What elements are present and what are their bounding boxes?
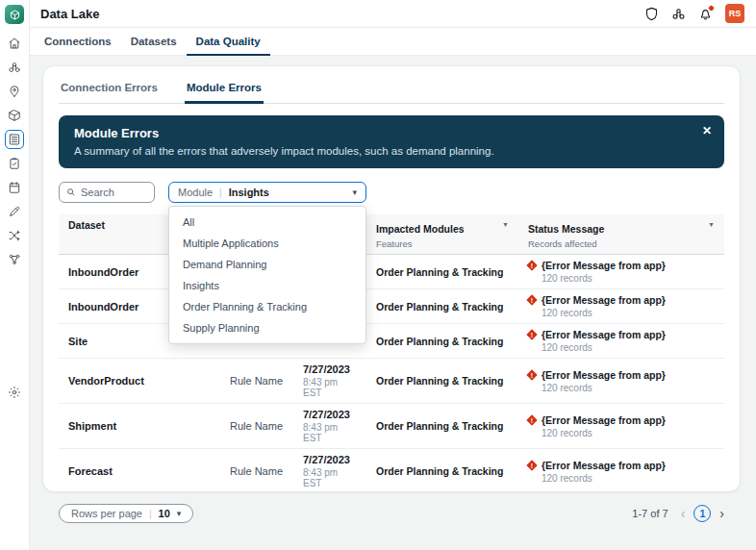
error-diamond-icon: ! <box>526 460 537 470</box>
table-row[interactable]: Shipment Rule Name 7/27/20238:43 pm EST … <box>59 404 724 449</box>
primary-tabs: Connections Datasets Data Quality <box>29 28 756 56</box>
status-cell: !{Error Message from app} 120 records <box>518 449 724 494</box>
previous-page-icon[interactable]: ‹ <box>681 507 686 520</box>
error-diamond-icon: ! <box>526 329 537 339</box>
chevron-down-icon: ▾ <box>177 509 182 518</box>
tab-datasets[interactable]: Datasets <box>121 28 187 56</box>
filter-label: Module <box>178 187 213 198</box>
main-area: Connection Errors Module Errors Module E… <box>29 56 756 550</box>
date-cell: 7/27/20238:43 pm EST <box>293 404 366 449</box>
sidebar <box>0 0 30 550</box>
location-pin-icon[interactable] <box>5 82 24 101</box>
modules-cell: Order Planning & Tracking <box>366 255 518 289</box>
table-row[interactable]: InboundOrder Order Planning & Tracking !… <box>59 289 724 324</box>
status-cell: !{Error Message from app} 120 records <box>518 324 724 359</box>
tab-data-quality[interactable]: Data Quality <box>187 28 270 56</box>
module-errors-table: Dataset ▼ Impacted Modules F <box>59 214 724 494</box>
supply-chain-logo-icon[interactable] <box>5 5 24 24</box>
pagination-range: 1-7 of 7 <box>632 508 668 519</box>
dataset-cell: Shipment <box>59 404 220 449</box>
header-actions: RS <box>644 4 744 23</box>
rows-per-page-select[interactable]: Rows per page | 10 ▾ <box>59 504 193 523</box>
network-nodes-icon[interactable] <box>5 250 24 269</box>
menu-item-multiple-applications[interactable]: Multiple Applications <box>169 233 365 254</box>
table-row[interactable]: InboundOrder Order Planning & Tracking !… <box>59 255 724 289</box>
rows-per-page-label: Rows per page <box>71 508 142 519</box>
menu-item-all[interactable]: All <box>169 212 365 233</box>
status-cell: !{Error Message from app} 120 records <box>518 255 724 289</box>
table-row[interactable]: Site Order Planning & Tracking !{Error M… <box>59 324 724 359</box>
tab-connection-errors[interactable]: Connection Errors <box>59 74 160 104</box>
error-diamond-icon: ! <box>526 414 537 425</box>
column-header-impacted-modules[interactable]: Impacted Modules Features ▼ <box>366 214 518 255</box>
filter-value: Insights <box>229 187 269 198</box>
menu-item-order-planning[interactable]: Order Planning & Tracking <box>169 296 365 317</box>
calendar-icon[interactable] <box>5 178 24 197</box>
clipboard-check-icon[interactable] <box>5 154 24 173</box>
page-1-button[interactable]: 1 <box>693 505 711 522</box>
status-cell: !{Error Message from app} 120 records <box>518 289 724 324</box>
error-diamond-icon: ! <box>526 369 537 380</box>
home-icon[interactable] <box>5 34 24 53</box>
module-filter-select[interactable]: Module | Insights ▾ <box>168 182 366 203</box>
rule-cell: Rule Name <box>220 404 293 449</box>
filter-arrow-icon[interactable]: ▼ <box>502 221 509 228</box>
table-header-row: Dataset ▼ Impacted Modules F <box>59 214 724 255</box>
table-row[interactable]: VendorProduct Rule Name 7/27/20238:43 pm… <box>59 359 724 404</box>
tab-connections[interactable]: Connections <box>35 28 121 56</box>
table-controls: Module | Insights ▾ All Multiple Applica… <box>59 182 724 203</box>
top-header: Data Lake RS <box>29 0 756 28</box>
pagination: 1-7 of 7 ‹ 1 › <box>632 505 724 522</box>
menu-item-insights[interactable]: Insights <box>169 275 365 296</box>
data-lake-icon[interactable] <box>5 130 24 149</box>
status-cell: !{Error Message from app} 120 records <box>518 359 724 404</box>
data-quality-card: Connection Errors Module Errors Module E… <box>42 65 741 492</box>
search-icon <box>66 188 76 197</box>
rule-cell: Rule Name <box>220 359 293 404</box>
tab-module-errors[interactable]: Module Errors <box>185 74 264 104</box>
status-cell: !{Error Message from app} 120 records <box>518 404 724 449</box>
search-box <box>59 182 155 203</box>
menu-item-supply-planning[interactable]: Supply Planning <box>169 317 365 338</box>
content-pane: Data Lake RS Connections Datasets Data Q… <box>29 0 756 550</box>
modules-cell: Order Planning & Tracking <box>366 359 518 404</box>
binoculars-icon[interactable] <box>5 58 24 77</box>
binoculars-icon[interactable] <box>671 7 686 21</box>
package-icon[interactable] <box>5 106 24 125</box>
next-page-icon[interactable]: › <box>719 507 724 520</box>
banner-title: Module Errors <box>74 126 690 140</box>
module-filter-menu: All Multiple Applications Demand Plannin… <box>168 206 366 344</box>
notification-dot <box>708 5 715 12</box>
modules-cell: Order Planning & Tracking <box>366 449 518 494</box>
modules-cell: Order Planning & Tracking <box>366 289 518 324</box>
dataset-cell: Forecast <box>59 449 220 494</box>
dataset-cell: VendorProduct <box>59 359 220 404</box>
banner-description: A summary of all the errors that adverse… <box>74 145 690 157</box>
app-window: Data Lake RS Connections Datasets Data Q… <box>0 0 756 550</box>
modules-cell: Order Planning & Tracking <box>366 404 518 449</box>
filter-arrow-icon[interactable]: ▼ <box>708 221 715 228</box>
search-input[interactable] <box>81 187 142 198</box>
edit-pen-icon[interactable] <box>5 202 24 221</box>
settings-gear-icon[interactable] <box>5 383 24 402</box>
card-tabs: Connection Errors Module Errors <box>59 66 724 104</box>
modules-cell: Order Planning & Tracking <box>366 324 518 359</box>
error-diamond-icon: ! <box>526 260 537 270</box>
chevron-down-icon: ▾ <box>352 188 357 197</box>
module-errors-banner: Module Errors A summary of all the error… <box>59 115 724 168</box>
shuffle-arrows-icon[interactable] <box>5 226 24 245</box>
notifications-bell-icon[interactable] <box>698 7 713 21</box>
menu-item-demand-planning[interactable]: Demand Planning <box>169 254 365 275</box>
divider: | <box>219 188 222 198</box>
rule-cell: Rule Name <box>220 449 293 494</box>
table-footer: Rows per page | 10 ▾ 1-7 of 7 ‹ 1 › <box>59 504 724 523</box>
date-cell: 7/27/20238:43 pm EST <box>293 449 366 494</box>
column-header-status-message[interactable]: Status Message Records affected ▼ <box>518 214 724 255</box>
page-title: Data Lake <box>40 7 99 21</box>
user-avatar[interactable]: RS <box>725 4 744 23</box>
sidebar-nav <box>0 34 29 269</box>
close-icon[interactable]: ✕ <box>702 124 712 138</box>
error-diamond-icon: ! <box>526 294 537 305</box>
table-row[interactable]: Forecast Rule Name 7/27/20238:43 pm EST … <box>59 449 724 494</box>
security-shield-icon[interactable] <box>644 7 659 21</box>
